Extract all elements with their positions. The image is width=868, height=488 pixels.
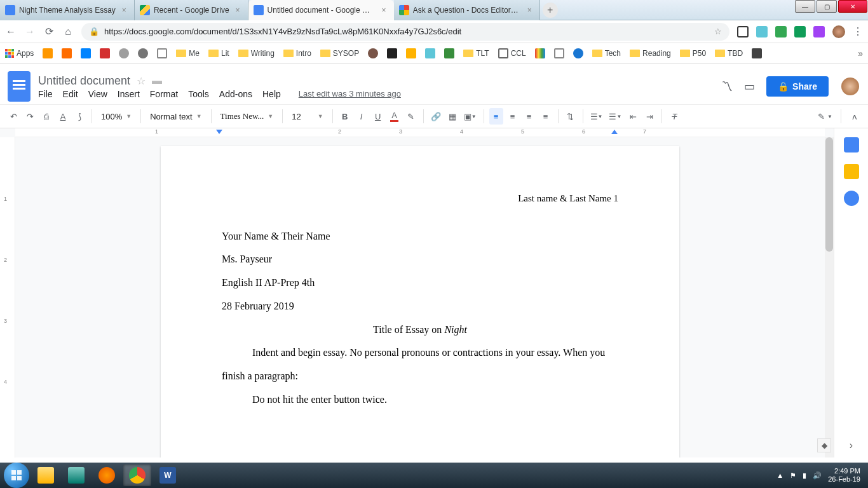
bookmark-icon[interactable] (62, 48, 72, 58)
star-icon[interactable]: ☆ (137, 75, 146, 87)
move-folder-icon[interactable]: ▬ (152, 75, 162, 86)
bookmark-folder[interactable]: SYSOP (320, 49, 359, 58)
body-line[interactable]: Ms. Payseur (222, 248, 618, 271)
align-left-button[interactable]: ≡ (489, 108, 503, 125)
tray-clock[interactable]: 2:49 PM 26-Feb-19 (828, 467, 860, 484)
taskbar-app-word[interactable]: W (154, 464, 182, 486)
browser-tab-3[interactable]: Ask a Question - Docs Editors He × (394, 0, 540, 20)
menu-view[interactable]: View (88, 89, 107, 99)
close-icon[interactable]: × (233, 6, 243, 15)
reload-button[interactable]: ⟳ (43, 26, 55, 37)
taskbar-app-explorer[interactable] (32, 464, 60, 486)
menu-addons[interactable]: Add-ons (219, 89, 252, 99)
line-spacing-button[interactable]: ⇅ (564, 108, 578, 125)
collapse-toolbar-button[interactable]: ʌ (848, 108, 862, 125)
account-avatar[interactable] (840, 76, 860, 97)
zoom-select[interactable]: 100%▼ (97, 108, 135, 125)
print-button[interactable]: ⎙ (39, 108, 53, 125)
decrease-indent-button[interactable]: ⇤ (626, 108, 640, 125)
close-icon[interactable]: × (379, 6, 389, 15)
editing-mode-button[interactable]: ✎▼ (816, 108, 834, 125)
page-header[interactable]: Last name & Last Name 1 (222, 187, 618, 210)
comment-button[interactable]: ▦ (445, 108, 459, 125)
body-paragraph[interactable]: Indent and begin essay. No personal pron… (222, 341, 618, 388)
forward-button[interactable]: → (24, 26, 36, 37)
highlight-button[interactable]: ✎ (404, 108, 418, 125)
start-button[interactable] (4, 463, 29, 488)
align-right-button[interactable]: ≡ (522, 108, 536, 125)
comments-icon[interactable]: ▭ (744, 79, 755, 93)
taskbar-app-calculator[interactable] (62, 464, 90, 486)
link-button[interactable]: 🔗 (429, 108, 443, 125)
font-select[interactable]: Times New...▼ (217, 108, 278, 125)
extension-icon[interactable] (813, 26, 825, 37)
document-title[interactable]: Untitled document (38, 74, 130, 88)
share-button[interactable]: 🔒 Share (766, 76, 829, 97)
bookmark-icon[interactable] (752, 48, 762, 58)
side-panel-expand-icon[interactable]: › (850, 440, 853, 451)
paint-format-button[interactable]: ⟆ (72, 108, 86, 125)
bookmark-icon[interactable] (138, 48, 148, 58)
tasks-icon[interactable] (844, 191, 859, 206)
keep-icon[interactable] (844, 164, 859, 179)
horizontal-ruler[interactable]: 1 2 3 4 5 6 7 (15, 128, 825, 137)
bookmark-item[interactable]: CCL (498, 48, 526, 58)
bookmark-icon[interactable] (406, 48, 416, 58)
body-line[interactable]: Your Name & Their Name (222, 225, 618, 248)
menu-edit[interactable]: Edit (63, 89, 78, 99)
underline-button[interactable]: U (371, 108, 385, 125)
bookmark-icon[interactable] (368, 48, 378, 58)
redo-button[interactable]: ↷ (23, 108, 37, 125)
menu-help[interactable]: Help (262, 89, 281, 99)
body-line[interactable]: English II AP-Prep 4th (222, 271, 618, 295)
indent-marker-end[interactable] (611, 130, 618, 134)
bookmark-icon[interactable] (573, 48, 583, 58)
menu-insert[interactable]: Insert (118, 89, 140, 99)
browser-tab-2[interactable]: Untitled document - Google Doc × (248, 0, 394, 20)
body-line[interactable]: 28 February 2019 (222, 295, 618, 318)
bookmark-icon[interactable] (100, 48, 110, 58)
tray-network-icon[interactable]: ▮ (803, 471, 806, 480)
bookmark-icon[interactable] (119, 48, 129, 58)
bookmark-folder[interactable]: Lit (208, 49, 229, 58)
bookmark-icon[interactable] (157, 48, 167, 58)
bookmark-folder[interactable]: Me (176, 49, 200, 58)
bookmark-folder[interactable]: TLT (463, 49, 489, 58)
style-select[interactable]: Normal text▼ (146, 108, 205, 125)
profile-avatar[interactable] (832, 25, 845, 38)
numbered-list-button[interactable]: ☰▼ (588, 108, 605, 125)
extension-icon[interactable] (794, 26, 806, 37)
bold-button[interactable]: B (338, 108, 352, 125)
menu-format[interactable]: Format (150, 89, 178, 99)
calendar-icon[interactable] (844, 137, 859, 152)
taskbar-app-firefox[interactable] (93, 464, 121, 486)
browser-tab-0[interactable]: Night Theme Analysis Essay × (0, 0, 135, 20)
omnibox[interactable]: 🔒 https://docs.google.com/document/d/1S3… (81, 23, 729, 41)
bookmark-icon[interactable] (425, 48, 435, 58)
bookmark-folder[interactable]: TBD (715, 49, 743, 58)
tray-up-icon[interactable]: ▲ (776, 471, 783, 479)
star-icon[interactable]: ☆ (714, 27, 722, 36)
tray-volume-icon[interactable]: 🔊 (813, 471, 822, 480)
text-color-button[interactable]: A (388, 108, 402, 125)
bookmark-icon[interactable] (81, 48, 91, 58)
bookmark-folder[interactable]: Intro (283, 49, 311, 58)
close-window-button[interactable]: ✕ (838, 0, 867, 13)
menu-file[interactable]: File (38, 89, 53, 99)
bulleted-list-button[interactable]: ☰▼ (607, 108, 623, 125)
font-size-select[interactable]: 12▼ (288, 108, 327, 125)
scrollbar-thumb[interactable] (825, 137, 833, 252)
apps-button[interactable]: Apps (5, 49, 34, 58)
overflow-icon[interactable]: » (858, 48, 863, 58)
spellcheck-button[interactable]: A (56, 108, 70, 125)
docs-logo[interactable] (8, 71, 31, 102)
last-edit-link[interactable]: Last edit was 3 minutes ago (299, 89, 401, 99)
align-justify-button[interactable]: ≡ (539, 108, 553, 125)
explore-button[interactable]: ◆ (817, 438, 831, 452)
maximize-button[interactable]: ▢ (817, 0, 837, 13)
italic-button[interactable]: I (355, 108, 369, 125)
taskbar-app-chrome[interactable] (123, 464, 151, 486)
extension-icon[interactable] (737, 26, 749, 37)
body-paragraph[interactable]: Do not hit the enter button twice. (222, 388, 618, 412)
document-page[interactable]: Last name & Last Name 1 Your Name & Thei… (161, 146, 679, 458)
